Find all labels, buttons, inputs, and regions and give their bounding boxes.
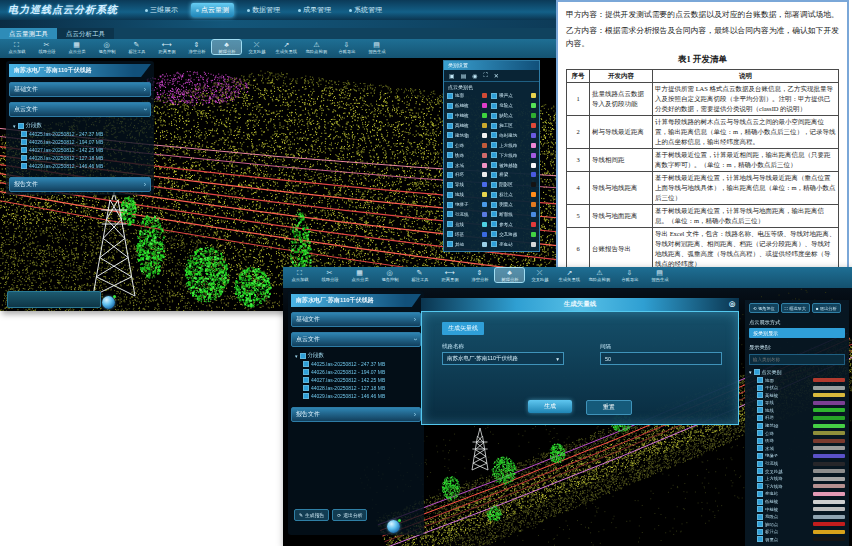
display-mode-selected[interactable]: 按类别显示 xyxy=(749,328,845,338)
class-row[interactable]: 干扰点 xyxy=(749,385,845,391)
class-search-input[interactable] xyxy=(753,357,841,362)
checkbox[interactable] xyxy=(447,182,453,188)
checkbox[interactable] xyxy=(303,361,309,367)
checkbox[interactable] xyxy=(757,430,763,436)
checkbox[interactable] xyxy=(757,423,763,429)
class-color-item[interactable]: 桥梁 xyxy=(491,170,536,180)
checkbox[interactable] xyxy=(757,415,763,421)
toolbar-button[interactable]: ✎标注工具 xyxy=(122,40,151,54)
class-row[interactable]: 地面 xyxy=(749,377,845,383)
class-color-item[interactable]: 噪声点 xyxy=(491,91,536,101)
class-color-item[interactable]: 施工区 xyxy=(491,121,536,131)
checkbox[interactable] xyxy=(303,385,309,391)
class-row[interactable]: 水域 xyxy=(749,445,845,451)
checkbox[interactable] xyxy=(447,231,453,237)
checkbox[interactable] xyxy=(491,221,497,227)
toolbar-button[interactable]: ⇩台账导出 xyxy=(615,268,644,282)
section-pointcloud-files[interactable]: 点云文件› xyxy=(291,332,421,347)
class-color-item[interactable]: 阴影区 xyxy=(491,180,536,190)
class-row[interactable]: 缺陷点 xyxy=(749,521,845,527)
file-item[interactable]: 44027.las-20250812 - 142.25 MB xyxy=(295,375,419,383)
file-item[interactable]: 44026.las-20250812 - 194.07 MB xyxy=(295,367,419,375)
globe-icon[interactable] xyxy=(387,520,400,533)
file-item[interactable]: 44028.las-20250812 - 127.18 MB xyxy=(13,153,149,161)
class-color-item[interactable]: 拉线 xyxy=(447,219,487,229)
class-color-item[interactable]: 交叉跨越 xyxy=(491,229,536,239)
class-color-item[interactable]: 塔基 xyxy=(447,229,487,239)
dialog-tab[interactable]: 生成矢量线 xyxy=(442,322,484,335)
class-row[interactable]: 公路 xyxy=(749,430,845,436)
class-row[interactable]: 测量点 xyxy=(749,536,845,542)
checkbox[interactable] xyxy=(447,113,453,119)
ribbon-tab[interactable]: 点云分析工具 xyxy=(57,28,114,39)
globe-icon[interactable] xyxy=(102,296,115,309)
class-color-item[interactable]: 建筑物 xyxy=(447,131,487,141)
toolbar-button[interactable]: ⚠危险点检测 xyxy=(302,40,331,54)
class-color-item[interactable]: 中植被 xyxy=(447,111,487,121)
checkbox[interactable] xyxy=(757,438,763,444)
ribbon-tab[interactable]: 点云量测工具 xyxy=(0,28,57,39)
checkbox[interactable] xyxy=(447,211,453,217)
checkbox[interactable] xyxy=(491,211,497,217)
checkbox[interactable] xyxy=(757,407,763,413)
checkbox[interactable] xyxy=(491,202,497,208)
class-color-item[interactable]: 引流线 xyxy=(447,210,487,220)
tree-root[interactable]: ▾分段数 xyxy=(295,352,419,359)
toolbar-button[interactable]: ▦点云分类 xyxy=(345,268,374,282)
class-row[interactable]: 地线 xyxy=(749,407,845,413)
checkbox[interactable] xyxy=(491,93,497,99)
checkbox[interactable] xyxy=(21,131,27,137)
viewport-3d-bottom[interactable]: 南苏水电厂-苏南110千伏线路 基础文件› 点云文件› ▾分段数 44025.l… xyxy=(283,288,852,546)
report-action-button[interactable]: ✎生成报告 xyxy=(294,509,329,521)
toolbar-button[interactable]: ↗生成矢量线 xyxy=(272,40,301,54)
toolbar-button[interactable]: ⚠危险点检测 xyxy=(585,268,614,282)
checkbox[interactable] xyxy=(447,192,453,198)
checkbox[interactable] xyxy=(757,392,763,398)
class-color-item[interactable]: 绝缘子 xyxy=(447,200,487,210)
close-icon[interactable]: ◎ xyxy=(729,300,735,308)
file-item[interactable]: 44026.las-20250812 - 194.07 MB xyxy=(13,137,149,145)
toolbar-button[interactable]: ▤报告生成 xyxy=(362,40,391,54)
legend-tool-icon[interactable]: ▤ xyxy=(461,72,467,79)
legend-tool-icon[interactable]: ✕ xyxy=(494,72,499,79)
class-row[interactable]: 杆塔 xyxy=(749,415,845,421)
checkbox[interactable] xyxy=(757,468,763,474)
checkbox[interactable] xyxy=(447,93,453,99)
checkbox[interactable] xyxy=(757,483,763,489)
checkbox[interactable] xyxy=(757,476,763,482)
checkbox[interactable] xyxy=(447,202,453,208)
toolbar-button[interactable]: ♣树障分析 xyxy=(212,40,241,54)
toolbar-button[interactable]: ⟷距离量测 xyxy=(435,268,464,282)
toolbar-button[interactable]: ✂线路分段 xyxy=(32,40,61,54)
class-color-item[interactable]: 上方线路 xyxy=(491,140,536,150)
checkbox[interactable] xyxy=(303,369,309,375)
class-row[interactable]: 下方线路 xyxy=(749,483,845,489)
toolbar-button[interactable]: ⇕净空分析 xyxy=(182,40,211,54)
checkbox[interactable] xyxy=(21,155,27,161)
class-color-item[interactable]: 地线 xyxy=(447,190,487,200)
class-row[interactable]: 交叉跨越 xyxy=(749,468,845,474)
class-row[interactable]: 低植被 xyxy=(749,499,845,505)
checkbox[interactable] xyxy=(447,132,453,138)
checkbox[interactable] xyxy=(491,142,497,148)
class-tree-root[interactable]: ▾点云类别 xyxy=(749,369,845,375)
legend-tool-icon[interactable]: ◉ xyxy=(472,72,477,79)
class-row[interactable]: 上方线路 xyxy=(749,476,845,482)
checkbox[interactable] xyxy=(303,393,309,399)
checkbox[interactable] xyxy=(447,142,453,148)
checkbox[interactable] xyxy=(757,400,763,406)
checkbox[interactable] xyxy=(757,499,763,505)
checkbox[interactable] xyxy=(491,241,497,247)
class-color-item[interactable]: 危险点 xyxy=(491,101,536,111)
toolbar-button[interactable]: ↗生成矢量线 xyxy=(555,268,584,282)
toolbar-button[interactable]: ⛶点云加载 xyxy=(285,268,314,282)
class-row[interactable]: 引流线 xyxy=(749,461,845,467)
file-item[interactable]: 44025.las-20250812 - 247.37 MB xyxy=(13,129,149,137)
class-color-item[interactable]: 缺陷点 xyxy=(491,111,536,121)
checkbox[interactable] xyxy=(491,113,497,119)
section-report-files[interactable]: 报告文件› xyxy=(9,177,151,192)
class-color-item[interactable]: 水域 xyxy=(447,160,487,170)
section-basic-files[interactable]: 基础文件› xyxy=(291,312,421,327)
class-color-item[interactable]: 公路 xyxy=(447,140,487,150)
checkbox[interactable] xyxy=(757,453,763,459)
